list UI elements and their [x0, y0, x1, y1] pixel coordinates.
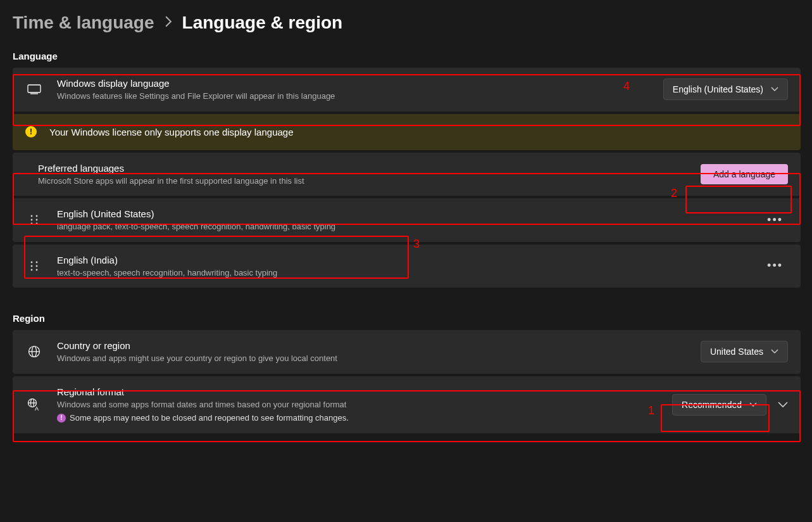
- language-name: English (India): [57, 253, 762, 267]
- regional-format-desc: Windows and some apps format dates and t…: [57, 398, 672, 411]
- regional-format-row: A Regional format Windows and some apps …: [13, 376, 801, 433]
- preferred-desc: Microsoft Store apps will appear in the …: [38, 175, 701, 188]
- country-desc: Windows and apps might use your country …: [57, 352, 701, 365]
- globe-translate-icon: A: [25, 398, 43, 412]
- regional-format-note: ! Some apps may need to be closed and re…: [57, 412, 672, 424]
- section-heading-region: Region: [13, 313, 812, 324]
- svg-point-9: [36, 261, 38, 263]
- chevron-down-icon: [771, 348, 778, 355]
- chevron-right-icon: [165, 16, 172, 30]
- drag-handle-icon[interactable]: [25, 260, 43, 272]
- monitor-icon: [25, 84, 43, 94]
- breadcrumb: Time & language Language & region: [13, 13, 812, 33]
- country-title: Country or region: [57, 339, 701, 352]
- svg-point-5: [36, 219, 38, 221]
- country-value: United States: [710, 347, 763, 357]
- svg-point-3: [36, 215, 38, 217]
- svg-point-12: [31, 269, 33, 271]
- breadcrumb-parent[interactable]: Time & language: [13, 13, 154, 33]
- svg-rect-0: [28, 85, 41, 92]
- language-item[interactable]: English (United States) language pack, t…: [13, 198, 801, 242]
- country-select[interactable]: United States: [701, 341, 788, 362]
- language-name: English (United States): [57, 207, 762, 220]
- svg-text:A: A: [35, 405, 39, 412]
- svg-point-6: [31, 223, 33, 225]
- svg-point-7: [36, 223, 38, 225]
- regional-format-value: Recommended: [682, 400, 742, 410]
- annotation-number-1: 1: [648, 404, 654, 417]
- svg-point-8: [31, 261, 33, 263]
- display-language-title: Windows display language: [57, 77, 663, 90]
- chevron-down-icon: [749, 401, 757, 409]
- annotation-number-4: 4: [623, 80, 630, 93]
- display-language-row: Windows display language Windows feature…: [13, 68, 801, 111]
- regional-format-select[interactable]: Recommended: [672, 394, 766, 416]
- svg-point-4: [31, 219, 33, 221]
- svg-point-11: [36, 265, 38, 267]
- license-warning-text: Your Windows license only supports one d…: [49, 125, 294, 139]
- language-features: text-to-speech, speech recognition, hand…: [57, 267, 762, 279]
- svg-point-10: [31, 265, 33, 267]
- annotation-number-2: 2: [671, 187, 677, 200]
- warning-icon: !: [25, 126, 37, 137]
- display-language-desc: Windows features like Settings and File …: [57, 90, 663, 103]
- info-icon: !: [57, 414, 66, 423]
- annotation-number-3: 3: [413, 238, 420, 251]
- svg-point-13: [36, 269, 38, 271]
- preferred-title: Preferred languages: [38, 162, 701, 175]
- display-language-value: English (United States): [673, 84, 763, 94]
- country-region-row: Country or region Windows and apps might…: [13, 330, 801, 374]
- more-options-button[interactable]: •••: [762, 257, 788, 275]
- more-options-button[interactable]: •••: [762, 211, 788, 229]
- svg-point-2: [31, 215, 33, 217]
- expand-button[interactable]: [778, 400, 788, 410]
- globe-icon: [25, 345, 43, 358]
- language-item[interactable]: English (India) text-to-speech, speech r…: [13, 245, 801, 288]
- add-language-button[interactable]: Add a language: [701, 164, 788, 184]
- breadcrumb-current: Language & region: [182, 13, 343, 33]
- preferred-languages-row: Preferred languages Microsoft Store apps…: [13, 153, 801, 196]
- chevron-down-icon: [771, 86, 778, 93]
- language-features: language pack, text-to-speech, speech re…: [57, 220, 762, 233]
- regional-format-title: Regional format: [57, 385, 672, 398]
- drag-handle-icon[interactable]: [25, 214, 43, 226]
- section-heading-language: Language: [13, 51, 812, 61]
- license-warning-row: ! Your Windows license only supports one…: [13, 114, 801, 150]
- display-language-select[interactable]: English (United States): [663, 79, 788, 100]
